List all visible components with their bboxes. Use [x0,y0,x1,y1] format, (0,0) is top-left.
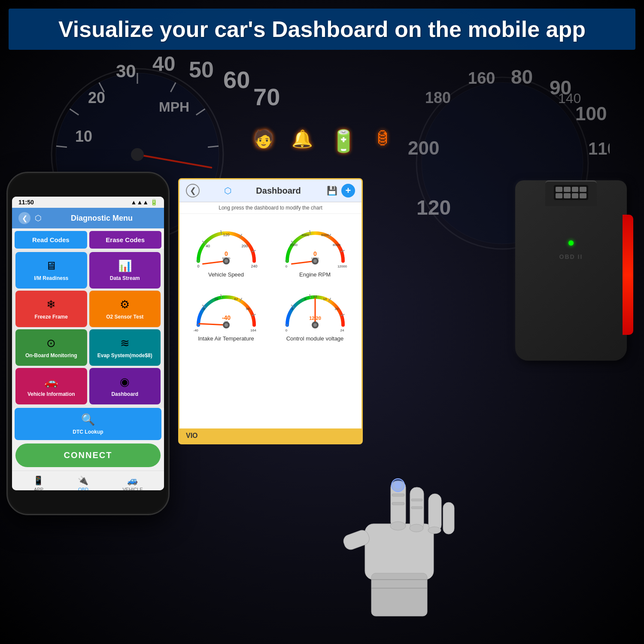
dashboard-add-button[interactable]: + [341,184,355,197]
vehicle-speed-gauge-display: 0 40 120 200 240 0 KM/h [190,218,263,270]
phone-header: ❮ ⬡ Diagnostic Menu [12,208,164,228]
obd-led-indicator [568,240,574,246]
obd-plug [545,180,597,206]
intake-air-temp-gauge: -40 -6 28 62 96 164 -40 °C Intake Air Te… [184,282,268,342]
svg-rect-114 [392,502,404,505]
svg-rect-107 [365,524,434,580]
svg-text:96: 96 [246,307,249,311]
obd-nav-label: OBD [78,487,88,490]
dashboard-save-button[interactable]: 💾 [325,184,339,197]
bottom-nav-obd[interactable]: 🔌 OBD [78,475,88,490]
bottom-nav-vehicle[interactable]: 🚙 VEHICLE [122,475,143,490]
erase-codes-button[interactable]: Erase Codes [89,231,162,249]
svg-rect-112 [443,502,454,534]
svg-line-65 [292,261,315,264]
obd-pin-1 [556,187,562,192]
dashboard-back-button[interactable]: ❮ [186,184,200,197]
svg-text:0: 0 [197,264,199,268]
svg-text:20: 20 [88,89,105,106]
module-voltage-gauge: 0 4 8 12 16 20 24 12.20 V Control module… [273,282,357,342]
obd-side-accent [623,215,633,335]
dashboard-hint: Long press the dashboard to modify the c… [179,202,361,214]
obd-device: OBD II [515,180,635,395]
dtc-lookup-icon: 🔍 [81,413,95,426]
svg-text:160: 160 [468,69,495,87]
svg-text:16: 16 [323,297,327,301]
svg-text:240: 240 [251,264,257,268]
phone-status-bar: 11:50 ▲▲▲ 🔋 [12,197,164,208]
read-codes-button[interactable]: Read Codes [15,231,87,249]
svg-text:110: 110 [588,139,610,158]
svg-text:0: 0 [285,264,287,268]
dashboard-icon: ◉ [120,375,130,389]
bell-warning-icon: 🔔 [292,129,313,154]
app-nav-icon: 📱 [33,475,44,486]
intake-air-temp-gauge-display: -40 -6 28 62 96 164 -40 °C [190,282,263,334]
dashboard-panel-header: ❮ ⬡ Dashboard 💾 + [179,179,361,202]
svg-text:r/min: r/min [311,256,319,260]
header-banner: Visualize your car's Dashboard on the mo… [9,9,635,50]
svg-text:30: 30 [116,61,136,81]
bluetooth-icon: ⬡ [35,213,42,223]
vehicle-speed-gauge: 0 40 120 200 240 0 KM/h Vehicle Speed [184,218,268,278]
onboard-monitoring-icon: ⊙ [46,337,56,350]
obd-nav-icon: 🔌 [78,475,88,486]
viol-text: VIO [186,432,198,439]
svg-text:2000: 2000 [290,243,298,247]
svg-line-47 [203,261,226,264]
dashboard-menu-item[interactable]: ◉ Dashboard [89,368,161,404]
im-readiness-icon: 🖥 [46,259,57,273]
evap-system-menu-item[interactable]: ≋ Evap System(mode$8) [89,329,161,366]
obd-body: OBD II [515,180,627,361]
o2-sensor-label: O2 Sensor Test [106,314,143,320]
svg-text:V: V [314,320,316,324]
dashboard-bottom-bar: VIO [179,428,361,443]
svg-text:°C: °C [224,320,228,324]
data-stream-menu-item[interactable]: 📊 Data Stream [89,252,161,289]
battery-warning-icon: 🔋 [330,129,357,154]
freeze-frame-label: Freeze Frame [35,314,68,320]
svg-text:20: 20 [334,307,338,311]
svg-text:-6: -6 [202,307,205,311]
svg-text:MPH: MPH [159,99,189,115]
svg-text:120: 120 [416,196,451,219]
svg-text:180: 180 [425,89,451,106]
connect-button[interactable]: CONNECT [15,444,161,467]
phone-back-button[interactable]: ❮ [18,212,30,224]
dtc-lookup-menu-item[interactable]: 🔍 DTC Lookup [15,408,161,440]
phone-time: 11:50 [18,199,34,206]
oil-warning-icon: 🛢 [374,129,391,154]
obd-pin-6 [564,193,571,198]
svg-text:60: 60 [223,66,250,93]
svg-rect-115 [411,499,422,501]
dashboard-gauges-grid: 0 40 120 200 240 0 KM/h Vehicle Speed [179,214,361,346]
svg-text:40: 40 [205,244,210,248]
svg-text:100: 100 [575,103,607,124]
onboard-monitoring-menu-item[interactable]: ⊙ On-Board Monitoring [15,329,87,366]
evap-system-icon: ≋ [120,337,130,350]
svg-text:4: 4 [291,307,293,311]
vehicle-information-menu-item[interactable]: 🚗 Vehicle Information [15,368,87,404]
svg-text:24: 24 [340,328,344,332]
module-voltage-label: Control module voltage [286,335,344,342]
engine-rpm-label: Engine RPM [299,271,331,278]
phone-signal-battery: ▲▲▲ 🔋 [131,199,158,206]
engine-rpm-gauge-display: 0 2000 4000 6000 8000 12000 0 r/min [279,218,352,270]
svg-rect-116 [411,507,422,509]
warning-lights: 🧑 🔔 🔋 🛢 [253,129,391,154]
diagnostic-menu-grid: 🖥 I/M Readiness 📊 Data Stream ❄ Freeze F… [12,249,164,408]
im-readiness-menu-item[interactable]: 🖥 I/M Readiness [15,252,87,289]
obd-pin-3 [572,187,579,192]
freeze-frame-menu-item[interactable]: ❄ Freeze Frame [15,291,87,327]
svg-point-118 [390,522,406,530]
o2-sensor-menu-item[interactable]: ⚙ O2 Sensor Test [89,291,161,327]
o2-sensor-icon: ⚙ [120,298,130,311]
bottom-nav-app[interactable]: 📱 APP [33,475,44,490]
intake-air-temp-label: Intake Air Temperature [198,335,254,342]
phone-screen: 11:50 ▲▲▲ 🔋 ❮ ⬡ Diagnostic Menu Read Cod… [12,197,164,490]
dashboard-panel: ❮ ⬡ Dashboard 💾 + Long press the dashboa… [178,178,363,444]
vehicle-nav-icon: 🚙 [127,475,138,486]
svg-point-23 [131,148,144,161]
bottom-navigation: 📱 APP 🔌 OBD 🚙 VEHICLE [12,471,164,490]
dashboard-label: Dashboard [111,391,138,397]
